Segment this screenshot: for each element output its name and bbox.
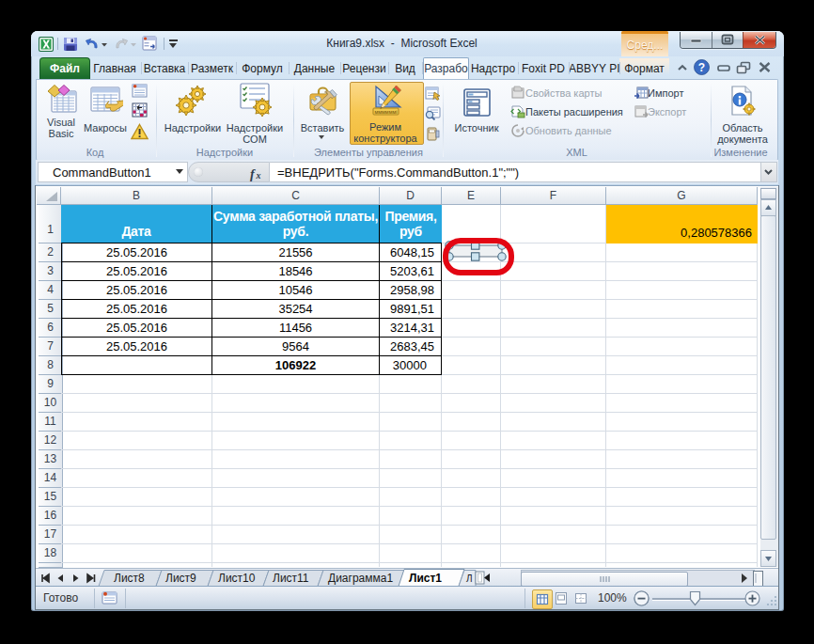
svg-text:f: f: [250, 166, 256, 181]
svg-text:x: x: [256, 170, 261, 181]
svg-text:Лист11: Лист11: [273, 572, 309, 585]
svg-text:Диаграмма1: Диаграмма1: [328, 572, 393, 585]
svg-text:?: ?: [698, 61, 705, 74]
svg-text:ммммммі: ммммммі: [375, 109, 398, 115]
svg-text:Л: Л: [466, 573, 473, 584]
svg-text:Лист8: Лист8: [114, 572, 145, 585]
svg-text:Лист10: Лист10: [218, 572, 256, 585]
svg-text:Лист9: Лист9: [165, 572, 196, 585]
svg-text:Лист1: Лист1: [409, 572, 442, 585]
